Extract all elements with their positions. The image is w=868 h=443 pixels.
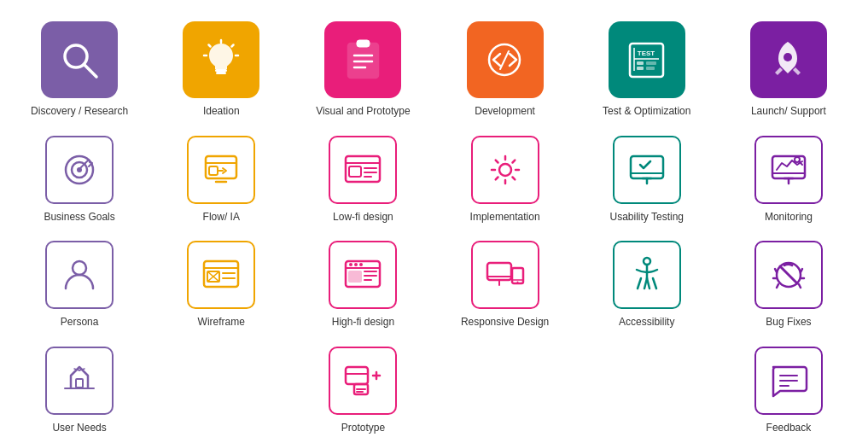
feedback-icon xyxy=(768,360,809,401)
svg-rect-16 xyxy=(630,44,663,77)
label-high-fi-design: High-fi design xyxy=(332,316,394,329)
label-feedback: Feedback xyxy=(766,422,812,435)
item-discovery[interactable]: Discovery / Research xyxy=(9,17,150,123)
icon-box-prototype xyxy=(329,347,397,415)
item-test-optimization[interactable]: TEST Test & Optimization xyxy=(576,17,718,123)
item-launch-support[interactable]: Launch/ Support xyxy=(718,17,859,123)
item-responsive-design[interactable]: Responsive Design xyxy=(434,236,576,334)
svg-rect-23 xyxy=(646,67,655,70)
highfi-icon xyxy=(342,254,383,295)
svg-rect-31 xyxy=(209,166,218,175)
item-monitoring[interactable]: Monitoring xyxy=(718,131,859,229)
label-persona: Persona xyxy=(61,316,99,329)
rocket-icon xyxy=(765,37,812,84)
item-implementation[interactable]: Implementation xyxy=(434,131,576,229)
item-ideation[interactable]: Ideation xyxy=(150,17,292,123)
svg-rect-20 xyxy=(637,61,644,65)
item-development[interactable]: Development xyxy=(434,17,576,123)
icon-box-ideation xyxy=(183,21,259,98)
svg-rect-21 xyxy=(637,67,644,70)
svg-point-73 xyxy=(516,282,518,283)
main-grid: Discovery / Research Ideation xyxy=(9,17,859,439)
label-test-optimization: Test & Optimization xyxy=(603,105,690,119)
svg-line-78 xyxy=(775,269,777,272)
label-low-fi-design: Low-fi design xyxy=(333,211,393,224)
label-accessibility: Accessibility xyxy=(619,316,674,329)
item-feedback[interactable]: Feedback xyxy=(718,342,859,440)
svg-point-65 xyxy=(349,263,352,266)
svg-point-66 xyxy=(354,263,358,266)
svg-rect-85 xyxy=(76,379,83,388)
label-prototype: Prototype xyxy=(341,422,385,435)
item-bug-fixes[interactable]: Bug Fixes xyxy=(718,236,859,334)
svg-line-82 xyxy=(777,284,778,288)
item-accessibility[interactable]: Accessibility xyxy=(576,236,718,334)
icon-box-launch-support xyxy=(750,21,827,98)
code-icon xyxy=(481,37,528,84)
item-business-goals[interactable]: Business Goals xyxy=(9,131,150,229)
icon-box-test-optimization: TEST xyxy=(609,21,685,98)
user-icon xyxy=(59,254,100,295)
item-wireframe[interactable]: Wireframe xyxy=(150,236,292,334)
item-low-fi-design[interactable]: Low-fi design xyxy=(292,131,434,229)
label-discovery: Discovery / Research xyxy=(31,105,128,119)
svg-rect-2 xyxy=(215,69,227,72)
svg-point-40 xyxy=(499,164,511,176)
icon-box-responsive-design xyxy=(471,241,539,309)
svg-point-51 xyxy=(73,261,86,275)
target-icon xyxy=(59,149,100,190)
bugfix-icon xyxy=(768,254,809,295)
icon-box-monitoring xyxy=(754,136,823,204)
label-user-needs: User Needs xyxy=(52,422,106,435)
label-flow-ia: Flow/ IA xyxy=(203,211,240,224)
responsive-icon xyxy=(485,254,526,295)
label-wireframe: Wireframe xyxy=(198,316,245,329)
icon-box-flow-ia xyxy=(187,136,255,204)
svg-rect-3 xyxy=(216,72,226,74)
svg-line-79 xyxy=(801,269,802,272)
svg-rect-22 xyxy=(646,61,656,65)
test-icon: TEST xyxy=(623,37,670,84)
icon-box-bug-fixes xyxy=(754,241,823,309)
bulb-icon xyxy=(198,37,245,84)
label-ideation: Ideation xyxy=(203,105,240,119)
gear-icon xyxy=(485,149,526,190)
svg-line-15 xyxy=(500,51,509,69)
item-persona[interactable]: Persona xyxy=(9,236,150,334)
svg-point-24 xyxy=(784,53,792,61)
icon-box-business-goals xyxy=(45,136,114,204)
item-prototype[interactable]: Prototype xyxy=(292,342,434,440)
label-launch-support: Launch/ Support xyxy=(751,105,826,119)
label-development: Development xyxy=(475,105,535,119)
item-high-fi-design[interactable]: High-fi design xyxy=(292,236,434,334)
svg-line-7 xyxy=(208,44,210,46)
svg-rect-10 xyxy=(357,40,370,47)
label-responsive-design: Responsive Design xyxy=(461,316,549,329)
icon-box-wireframe xyxy=(187,241,255,309)
label-monitoring: Monitoring xyxy=(765,211,813,224)
icon-box-usability-testing xyxy=(613,136,681,204)
search-icon xyxy=(56,37,103,84)
item-user-needs[interactable]: User Needs xyxy=(9,342,150,440)
monitor-icon xyxy=(626,149,667,190)
icon-box-discovery xyxy=(41,21,118,98)
svg-line-83 xyxy=(799,284,801,288)
userneed-icon xyxy=(59,360,100,401)
icon-box-development xyxy=(467,21,544,98)
icon-box-high-fi-design xyxy=(329,241,397,309)
svg-rect-71 xyxy=(512,268,523,283)
item-visual-prototype[interactable]: Visual and Prototype xyxy=(292,17,434,123)
svg-rect-41 xyxy=(631,156,663,178)
item-usability-testing[interactable]: Usability Testing xyxy=(576,131,718,229)
label-visual-prototype: Visual and Prototype xyxy=(316,105,411,119)
icon-box-feedback xyxy=(754,347,823,415)
svg-text:TEST: TEST xyxy=(638,50,655,57)
label-business-goals: Business Goals xyxy=(44,211,114,224)
svg-line-8 xyxy=(231,44,233,46)
icon-box-persona xyxy=(45,241,114,309)
accessibility-icon xyxy=(626,254,667,295)
item-flow-ia[interactable]: Flow/ IA xyxy=(150,131,292,229)
prototype-icon xyxy=(342,360,383,401)
label-bug-fixes: Bug Fixes xyxy=(766,316,811,329)
flow-icon xyxy=(201,149,242,190)
